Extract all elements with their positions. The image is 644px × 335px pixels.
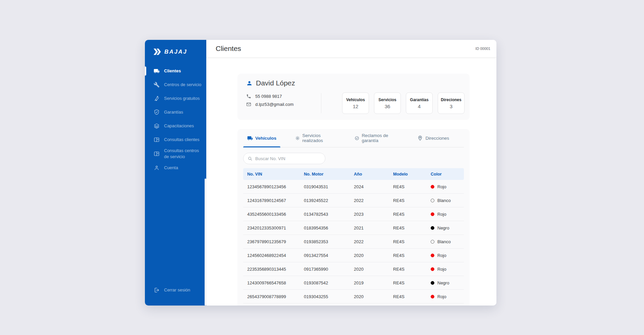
table-row[interactable]: 2235356890313445 0917365990 2020 RE4S Ro…: [243, 262, 464, 276]
model-cell: RE4S: [393, 267, 431, 272]
model-cell: RE4S: [393, 225, 431, 230]
model-cell: RE4S: [393, 212, 431, 217]
stat-card-direcciones: Direciones 3: [438, 92, 465, 114]
year-cell: 2020: [354, 253, 393, 258]
sidebar-item-consultas-centros-de-servicio[interactable]: Consultas centros de servicio: [145, 146, 206, 161]
app-window: BAJAJ Clientes Centros de servicio Servi…: [145, 40, 496, 306]
color-dot: [431, 226, 434, 230]
stat-card-garantias: Garantías 4: [406, 92, 433, 114]
year-cell: 2022: [354, 198, 393, 203]
table-row[interactable]: 2654379008778899 0193043255 2020 RE4S Ro…: [243, 290, 464, 304]
model-cell: RE4S: [393, 239, 431, 244]
vin-cell: 2654379008778899: [247, 294, 304, 299]
search-icon: [248, 156, 253, 161]
bajaj-logo-icon: [153, 48, 161, 55]
table-header-row: No. VIN No. Motor Año Modelo Color: [243, 168, 464, 180]
layers-icon: [154, 123, 160, 129]
sidebar-item-servicios-gratuitos[interactable]: Servicios gratuitos: [145, 91, 206, 105]
sidebar-item-centros-de-servicio[interactable]: Centros de servicio: [145, 78, 206, 91]
check-circle-icon: [355, 135, 359, 141]
sidebar-item-capacitaciones[interactable]: Capacitaciones: [145, 119, 206, 133]
color-dot: [431, 295, 434, 298]
tab-bar: Vehículos Servicios realizados Reclamos …: [243, 133, 464, 147]
vin-cell: 1243167890124567: [247, 198, 304, 203]
table-row[interactable]: 1245602468922454 0913427554 2020 RE4S Ro…: [243, 249, 464, 262]
stat-value: 12: [353, 104, 359, 109]
motor-cell: 0193087542: [304, 280, 354, 285]
table-row[interactable]: 1243167890124567 0139245522 2022 RE4S Bl…: [243, 194, 464, 207]
color-label: Rojo: [437, 253, 446, 258]
color-dot: [431, 240, 434, 244]
tab-servicios-realizados[interactable]: Servicios realizados: [291, 133, 340, 147]
stat-label: Vehículos: [346, 97, 365, 102]
sidebar-item-label: Centros de servicio: [164, 82, 201, 88]
tab-direcciones[interactable]: Direcciones: [413, 133, 453, 147]
vin-cell: 1245602468922454: [247, 253, 304, 258]
column-header-motor: No. Motor: [304, 172, 354, 177]
stat-card-vehiculos: Vehículos 12: [342, 92, 369, 114]
table-row[interactable]: 2342012335300971 0183954356 2021 RE4S Ne…: [243, 221, 464, 235]
table-row[interactable]: 1234567890123456 0319043531 2024 RE4S Ro…: [243, 180, 464, 194]
brand-logo: BAJAJ: [145, 40, 206, 59]
color-dot: [431, 212, 434, 216]
tab-vehiculos[interactable]: Vehículos: [243, 133, 280, 147]
stat-value: 4: [418, 104, 421, 109]
client-phone-row: 55 0988 9817: [246, 94, 321, 99]
stat-label: Direciones: [441, 97, 461, 102]
vin-cell: 2235356890313445: [247, 267, 304, 272]
sidebar-scrollbar[interactable]: [205, 179, 206, 306]
color-cell: Blanco: [431, 198, 464, 203]
color-label: Blanco: [437, 198, 451, 203]
stat-label: Servicios: [378, 97, 396, 102]
stat-card-servicios: Servicios 36: [374, 92, 401, 114]
vin-search-input[interactable]: [255, 156, 321, 161]
sidebar-item-label: Capacitaciones: [164, 123, 194, 129]
sidebar-item-label: Cuenta: [164, 165, 178, 171]
header-id-badge: ID 00001: [475, 47, 490, 51]
table-row[interactable]: 2367978901235679 0193852353 2022 RE4S Bl…: [243, 235, 464, 249]
color-cell: Blanco: [431, 239, 464, 244]
color-dot: [431, 185, 434, 189]
color-dot: [431, 281, 434, 285]
color-dot: [431, 254, 434, 257]
logout-label: Cerrar sesión: [164, 287, 190, 292]
tab-label: Vehículos: [255, 136, 276, 141]
client-email-row: d.lpz53@gmail.com: [246, 102, 321, 107]
motor-cell: 0913427554: [304, 253, 354, 258]
year-cell: 2023: [354, 212, 393, 217]
color-label: Rojo: [437, 267, 446, 272]
stat-label: Garantías: [410, 97, 428, 102]
model-cell: RE4S: [393, 253, 431, 258]
column-header-model: Modelo: [393, 172, 431, 177]
sidebar-item-clientes[interactable]: Clientes: [145, 64, 206, 78]
motor-cell: 0183954356: [304, 225, 354, 230]
vin-search: [243, 153, 325, 164]
wrench-icon: [154, 82, 160, 88]
sidebar-item-label: Garantías: [164, 109, 183, 115]
motor-cell: 0134782543: [304, 212, 354, 217]
sidebar-item-consultas-clientes[interactable]: Consultas clientes: [145, 133, 206, 146]
table-row[interactable]: 1243009766547658 0193087542 2019 RE4S Ne…: [243, 276, 464, 290]
vin-cell: 1234567890123456: [247, 184, 304, 189]
sidebar-item-garantias[interactable]: Garantías: [145, 105, 206, 119]
model-cell: RE4S: [393, 280, 431, 285]
color-label: Negro: [437, 280, 449, 285]
year-cell: 2024: [354, 184, 393, 189]
sidebar-item-label: Consultas centros de servicio: [164, 148, 202, 159]
model-cell: RE4S: [393, 184, 431, 189]
motor-cell: 0917365990: [304, 267, 354, 272]
sidebar-item-cuenta[interactable]: Cuenta: [145, 161, 206, 175]
shield-check-icon: [154, 109, 160, 115]
stat-value: 36: [385, 104, 390, 109]
tab-reclamos-de-garantia[interactable]: Reclamos de garantía: [351, 133, 402, 147]
year-cell: 2022: [354, 239, 393, 244]
table-row[interactable]: 4352455600133456 0134782543 2023 RE4S Ro…: [243, 207, 464, 221]
color-cell: Rojo: [431, 294, 464, 299]
sidebar-item-label: Clientes: [164, 68, 181, 74]
phone-icon: [246, 94, 251, 99]
vin-cell: 2342012335300971: [247, 225, 304, 230]
color-cell: Rojo: [431, 253, 464, 258]
logout-button[interactable]: Cerrar sesión: [145, 283, 206, 297]
tab-label: Servicios realizados: [302, 133, 336, 143]
client-name: David López: [256, 79, 295, 87]
